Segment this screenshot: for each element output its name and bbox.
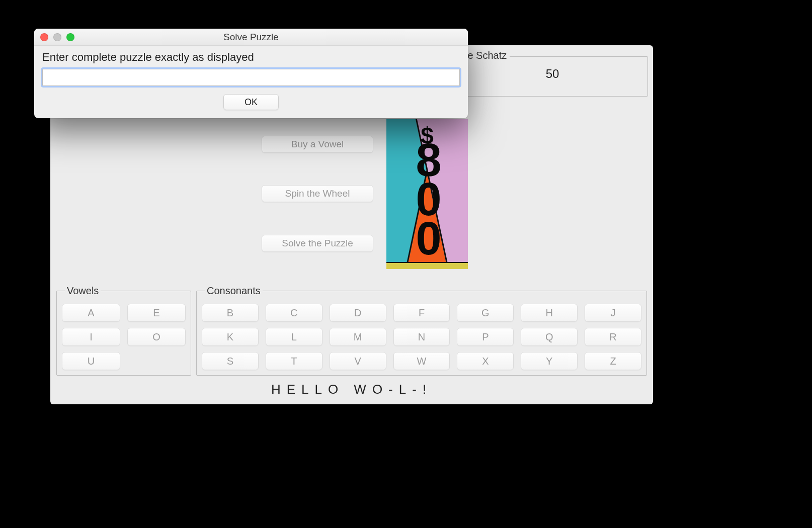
window-controls [40, 33, 74, 41]
solve-puzzle-dialog: Solve Puzzle Enter complete puzzle exact… [34, 29, 468, 118]
dialog-button-row: OK [42, 94, 460, 110]
letter-button-p[interactable]: P [457, 328, 514, 346]
wheel-rim [386, 262, 468, 269]
letter-button-q[interactable]: Q [521, 328, 578, 346]
close-icon[interactable] [40, 33, 48, 41]
letter-button-y[interactable]: Y [521, 352, 578, 370]
vowels-grid: AEIOU [62, 304, 186, 370]
letter-button-u[interactable]: U [62, 352, 120, 370]
letter-button-w[interactable]: W [393, 352, 450, 370]
letter-button-v[interactable]: V [330, 352, 386, 370]
letter-button-d[interactable]: D [330, 304, 386, 322]
player-score-value: 50 [457, 67, 647, 81]
letter-button-z[interactable]: Z [585, 352, 641, 370]
minimize-icon[interactable] [53, 33, 61, 41]
letter-button-j[interactable]: J [585, 304, 641, 322]
letter-button-t[interactable]: T [266, 352, 322, 370]
player-score-group: le Schatz 50 [457, 56, 648, 97]
wheel-image: $ 800 [386, 119, 468, 269]
letter-button-g[interactable]: G [457, 304, 514, 322]
letter-button-l[interactable]: L [266, 328, 322, 346]
buy-vowel-button[interactable]: Buy a Vowel [262, 136, 373, 153]
solve-puzzle-input[interactable] [42, 69, 460, 86]
puzzle-display: HELLO WO-L-! [50, 382, 653, 397]
consonants-grid: BCDFGHJKLMNPQRSTVWXYZ [202, 304, 641, 370]
letter-button-b[interactable]: B [202, 304, 259, 322]
letter-button-f[interactable]: F [393, 304, 450, 322]
player-name-label: le Schatz [462, 50, 510, 61]
letter-button-k[interactable]: K [202, 328, 259, 346]
vowels-group: Vowels AEIOU [56, 285, 191, 376]
vowels-legend: Vowels [65, 285, 101, 297]
consonants-legend: Consonants [205, 285, 263, 297]
dialog-title: Solve Puzzle [223, 32, 279, 42]
zoom-icon[interactable] [66, 33, 74, 41]
wheel-amount: 800 [391, 140, 463, 258]
spin-wheel-button[interactable]: Spin the Wheel [262, 185, 373, 202]
letter-button-m[interactable]: M [330, 328, 386, 346]
letter-button-x[interactable]: X [457, 352, 514, 370]
solve-puzzle-button[interactable]: Solve the Puzzle [262, 235, 373, 252]
letter-button-a[interactable]: A [62, 304, 120, 322]
wheel-center-slice: $ 800 [391, 119, 463, 269]
ok-button[interactable]: OK [223, 94, 279, 110]
letter-button-r[interactable]: R [585, 328, 641, 346]
letter-button-n[interactable]: N [393, 328, 450, 346]
dialog-prompt: Enter complete puzzle exactly as display… [42, 51, 460, 64]
dialog-body: Enter complete puzzle exactly as display… [34, 46, 468, 118]
dialog-titlebar[interactable]: Solve Puzzle [34, 29, 468, 46]
letter-button-s[interactable]: S [202, 352, 259, 370]
letter-button-h[interactable]: H [521, 304, 578, 322]
letter-button-e[interactable]: E [127, 304, 186, 322]
letter-button-o[interactable]: O [127, 328, 186, 346]
consonants-group: Consonants BCDFGHJKLMNPQRSTVWXYZ [196, 285, 647, 376]
letter-button-c[interactable]: C [266, 304, 322, 322]
letter-button-i[interactable]: I [62, 328, 120, 346]
